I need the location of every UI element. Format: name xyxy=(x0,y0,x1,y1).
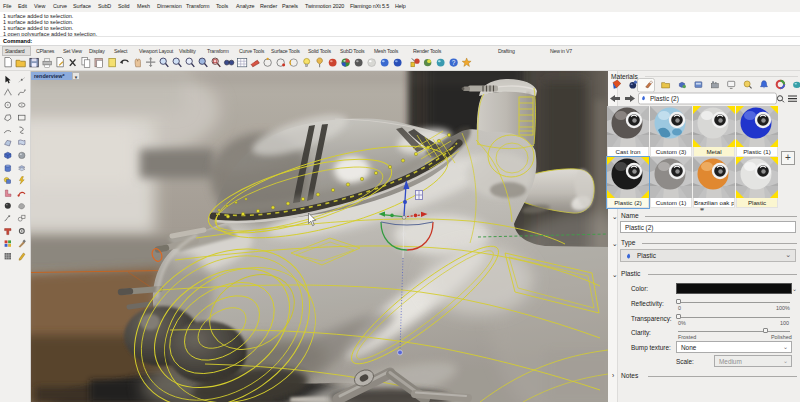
svg-text:?: ? xyxy=(452,59,456,66)
svg-text:Plastic (2): Plastic (2) xyxy=(650,95,679,103)
